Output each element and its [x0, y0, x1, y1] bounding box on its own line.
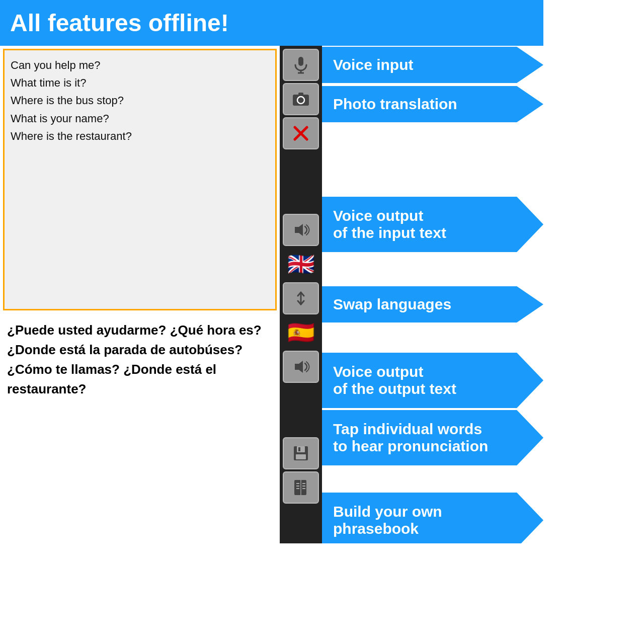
callout-tap-words: Tap individual wordsto hear pronunciatio…	[322, 410, 543, 465]
svg-rect-5	[298, 93, 303, 95]
speaker-output-button[interactable]	[283, 351, 319, 383]
language-source-flag[interactable]: 🇬🇧	[283, 248, 319, 280]
svg-marker-9	[295, 361, 303, 373]
header-title: All features offline!	[10, 9, 229, 37]
language-target-flag[interactable]: 🇪🇸	[283, 316, 319, 349]
main-layout: Can you help me?What time is it?Where is…	[0, 46, 543, 543]
clear-button[interactable]	[283, 117, 319, 149]
toolbar: 🇬🇧 🇪🇸	[280, 46, 322, 543]
svg-marker-8	[295, 224, 303, 236]
callout-photo-translation-label: Photo translation	[333, 96, 457, 113]
callout-tap-words-label: Tap individual wordsto hear pronunciatio…	[333, 421, 488, 455]
callout-voice-input-label: Voice input	[333, 56, 413, 73]
svg-rect-0	[298, 57, 303, 66]
output-area: ¿Puede usted ayudarme? ¿Qué hora es? ¿Do…	[0, 313, 280, 543]
right-panel: Voice input Photo translation Voice outp…	[322, 46, 543, 543]
callout-voice-input: Voice input	[322, 47, 543, 83]
callout-swap-languages-label: Swap languages	[333, 296, 451, 313]
callout-build-phrasebook-label: Build your ownphrasebook	[333, 503, 442, 537]
svg-rect-12	[296, 454, 306, 459]
callout-voice-output-input: Voice outputof the input text	[322, 197, 543, 252]
callout-voice-output-output-label: Voice outputof the output text	[333, 363, 456, 397]
header: All features offline!	[0, 0, 543, 46]
callout-photo-translation: Photo translation	[322, 86, 543, 122]
input-text: Can you help me?What time is it?Where is…	[11, 56, 269, 145]
svg-rect-11	[297, 446, 305, 452]
camera-button[interactable]	[283, 83, 319, 115]
callout-voice-output-output: Voice outputof the output text	[322, 353, 543, 408]
mic-button[interactable]	[283, 49, 319, 81]
callout-build-phrasebook: Build your ownphrasebook	[322, 493, 543, 543]
save-button[interactable]	[283, 437, 319, 469]
svg-rect-13	[298, 447, 300, 451]
left-panel: Can you help me?What time is it?Where is…	[0, 46, 280, 543]
callout-voice-output-input-label: Voice outputof the input text	[333, 207, 446, 242]
callout-swap-languages: Swap languages	[322, 286, 543, 323]
speaker-input-button[interactable]	[283, 214, 319, 246]
input-area[interactable]: Can you help me?What time is it?Where is…	[3, 49, 277, 310]
phrasebook-button[interactable]	[283, 471, 319, 504]
swap-languages-button[interactable]	[283, 282, 319, 314]
output-text: ¿Puede usted ayudarme? ¿Qué hora es? ¿Do…	[7, 320, 273, 399]
